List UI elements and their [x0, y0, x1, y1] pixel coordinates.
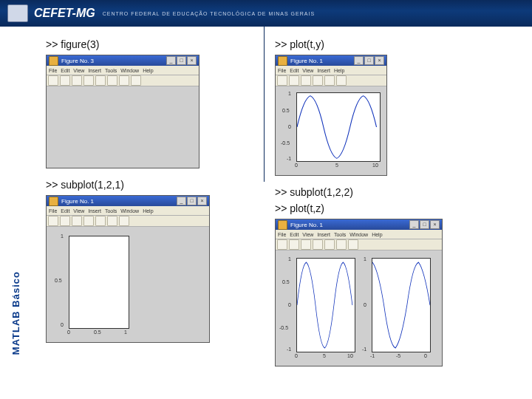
ytick: 0 [288, 124, 291, 129]
tool-new-icon[interactable] [48, 216, 58, 226]
tool-zoom-icon[interactable] [336, 239, 347, 250]
close-button[interactable]: × [430, 220, 440, 229]
ytick: 1 [364, 256, 366, 262]
tool-print-icon[interactable] [83, 216, 94, 226]
window-title: Figure No. 1 [290, 58, 353, 64]
menu-item[interactable]: Insert [317, 232, 330, 237]
menu-item[interactable]: Insert [88, 208, 101, 214]
menu-item[interactable]: Tools [334, 232, 346, 237]
window-title: Figure No. 1 [61, 198, 176, 205]
menu-item[interactable]: Insert [317, 68, 330, 73]
ytick: 1 [288, 91, 291, 96]
figure-window-d: Figure No. 1 _ □ × File Edit View Insert… [275, 219, 443, 366]
axes-subplot-1: 1 0.5 0 0 0.5 1 [69, 236, 129, 329]
header-banner: CEFET-MG CENTRO FEDERAL DE EDUCAÇÃO TECN… [0, 0, 532, 27]
tool-open-icon[interactable] [289, 239, 299, 250]
tool-open-icon[interactable] [60, 75, 70, 86]
side-label: MATLAB Básico [10, 271, 21, 355]
menu-item[interactable]: File [49, 208, 57, 214]
close-button[interactable]: × [197, 197, 207, 205]
menu-item[interactable]: Window [120, 68, 139, 73]
tool-arrow-icon[interactable] [95, 75, 106, 86]
ytick: 0.5 [55, 278, 62, 283]
tool-arrow-icon[interactable] [324, 75, 335, 86]
menu-item[interactable]: View [302, 232, 313, 237]
menu-item[interactable]: Insert [88, 68, 101, 73]
menu-bar[interactable]: File Edit View Insert Tools Window Help [276, 230, 442, 239]
menu-item[interactable]: Window [120, 208, 139, 214]
ytick: -1 [362, 347, 366, 352]
menu-item[interactable]: Help [143, 208, 153, 214]
tool-print-icon[interactable] [83, 75, 94, 86]
command-d2: >> plot(t,z) [275, 202, 474, 214]
xtick: -1 [370, 353, 375, 358]
tool-rotate-icon[interactable] [107, 75, 117, 86]
line-plot-z [372, 259, 430, 352]
tool-new-icon[interactable] [277, 75, 287, 86]
menu-item[interactable]: Help [372, 232, 382, 237]
figure-window-c: Figure No. 1 _ □ × File Edit View Insert… [46, 195, 210, 343]
ytick: 1 [61, 233, 64, 239]
xtick: 1 [124, 330, 127, 335]
tool-zoom-icon[interactable] [107, 216, 117, 226]
maximize-button[interactable]: □ [420, 220, 429, 229]
tool-new-icon[interactable] [277, 239, 287, 250]
tool-save-icon[interactable] [301, 239, 311, 250]
menu-item[interactable]: Edit [61, 68, 69, 73]
xtick: 5 [323, 353, 326, 358]
minimize-button[interactable]: _ [409, 220, 419, 229]
maximize-button[interactable]: □ [364, 56, 374, 65]
menu-item[interactable]: File [278, 68, 286, 73]
tool-text-icon[interactable] [131, 75, 141, 86]
minimize-button[interactable]: _ [177, 197, 186, 205]
tool-rotate-icon[interactable] [119, 216, 129, 226]
maximize-button[interactable]: □ [187, 197, 197, 205]
tool-open-icon[interactable] [289, 75, 299, 86]
tool-save-icon[interactable] [72, 75, 82, 86]
ytick: -0.5 [279, 325, 288, 330]
figure-canvas: 1 0.5 0 -0.5 -1 0 5 10 1 0 [276, 250, 442, 366]
tool-new-icon[interactable] [48, 75, 58, 86]
menu-item[interactable]: Tools [105, 68, 117, 73]
banner-title: CEFET-MG [34, 7, 95, 20]
menu-item[interactable]: View [73, 208, 84, 214]
matlab-figure-icon [49, 56, 58, 66]
xtick: 0 [424, 353, 427, 358]
menu-item[interactable]: Window [349, 232, 368, 237]
tool-save-icon[interactable] [301, 75, 311, 86]
cefet-logo [7, 4, 28, 22]
tool-arrow-icon[interactable] [95, 216, 106, 226]
close-button[interactable]: × [375, 56, 384, 65]
menu-bar[interactable]: File Edit View Insert Tools Window Help [47, 66, 199, 75]
menu-item[interactable]: File [278, 232, 286, 237]
menu-item[interactable]: Edit [290, 232, 299, 237]
xtick: 5 [335, 163, 338, 168]
menu-item[interactable]: Help [334, 68, 344, 73]
tool-save-icon[interactable] [72, 216, 82, 226]
xtick: 0.5 [94, 330, 101, 335]
tool-zoom-icon[interactable] [119, 75, 129, 86]
close-button[interactable]: × [187, 56, 197, 65]
tool-rotate-icon[interactable] [348, 239, 358, 250]
menu-bar[interactable]: File Edit View Insert Help [276, 66, 386, 75]
menu-item[interactable]: Edit [290, 68, 299, 73]
tool-print-icon[interactable] [313, 75, 323, 86]
menu-item[interactable]: View [302, 68, 313, 73]
menu-item[interactable]: File [49, 68, 57, 73]
menu-bar[interactable]: File Edit View Insert Tools Window Help [47, 206, 209, 216]
tool-arrow-icon[interactable] [324, 239, 335, 250]
titlebar: Figure No. 1 _ □ × [276, 55, 386, 66]
minimize-button[interactable]: _ [354, 56, 364, 65]
window-title: Figure No. 3 [61, 58, 166, 64]
banner-subtitle: CENTRO FEDERAL DE EDUCAÇÃO TECNOLÓGICA D… [103, 11, 315, 16]
tool-text-icon[interactable] [336, 75, 347, 86]
menu-item[interactable]: Help [143, 68, 153, 73]
tool-open-icon[interactable] [60, 216, 70, 226]
ytick: -1 [287, 347, 291, 352]
maximize-button[interactable]: □ [177, 56, 186, 65]
menu-item[interactable]: Tools [105, 208, 117, 214]
menu-item[interactable]: View [73, 68, 84, 73]
tool-print-icon[interactable] [313, 239, 323, 250]
minimize-button[interactable]: _ [166, 56, 176, 65]
menu-item[interactable]: Edit [61, 208, 69, 214]
